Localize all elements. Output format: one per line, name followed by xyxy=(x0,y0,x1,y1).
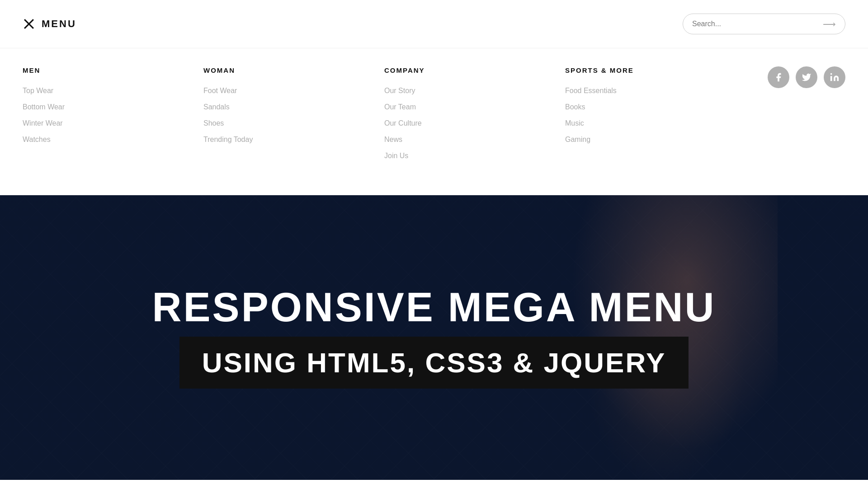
close-icon[interactable] xyxy=(23,18,35,30)
link-our-team[interactable]: Our Team xyxy=(384,103,565,111)
column-header-company: COMPANY xyxy=(384,66,565,74)
link-join-us[interactable]: Join Us xyxy=(384,152,565,160)
hero-title: RESPONSIVE MEGA MENU xyxy=(152,287,716,328)
hero-subtitle: USING HTML5, CSS3 & JQUERY xyxy=(202,347,666,379)
hero-section: RESPONSIVE MEGA MENU USING HTML5, CSS3 &… xyxy=(0,195,868,480)
link-top-wear[interactable]: Top Wear xyxy=(23,87,203,95)
svg-rect-0 xyxy=(830,76,832,81)
link-shoes[interactable]: Shoes xyxy=(203,119,384,127)
social-column xyxy=(746,66,845,168)
column-header-woman: WOMAN xyxy=(203,66,384,74)
search-submit-icon[interactable]: ⟶ xyxy=(823,19,836,29)
link-bottom-wear[interactable]: Bottom Wear xyxy=(23,103,203,111)
link-books[interactable]: Books xyxy=(565,103,746,111)
linkedin-icon[interactable] xyxy=(824,66,845,88)
link-news[interactable]: News xyxy=(384,136,565,144)
svg-point-1 xyxy=(830,73,832,75)
menu-bar: MENU ⟶ xyxy=(0,0,868,48)
column-men: MEN Top Wear Bottom Wear Winter Wear Wat… xyxy=(23,66,203,168)
link-our-culture[interactable]: Our Culture xyxy=(384,119,565,127)
search-input[interactable] xyxy=(692,20,823,28)
link-music[interactable]: Music xyxy=(565,119,746,127)
column-sports: SPORTS & MORE Food Essentials Books Musi… xyxy=(565,66,746,168)
column-header-men: MEN xyxy=(23,66,203,74)
column-woman: WOMAN Foot Wear Sandals Shoes Trending T… xyxy=(203,66,384,168)
column-company: COMPANY Our Story Our Team Our Culture N… xyxy=(384,66,565,168)
facebook-icon[interactable] xyxy=(768,66,789,88)
link-watches[interactable]: Watches xyxy=(23,136,203,144)
link-winter-wear[interactable]: Winter Wear xyxy=(23,119,203,127)
column-header-sports: SPORTS & MORE xyxy=(565,66,746,74)
hero-subtitle-wrapper: USING HTML5, CSS3 & JQUERY xyxy=(179,337,689,389)
link-sandals[interactable]: Sandals xyxy=(203,103,384,111)
link-food-essentials[interactable]: Food Essentials xyxy=(565,87,746,95)
social-icons xyxy=(768,66,845,88)
twitter-icon[interactable] xyxy=(796,66,817,88)
search-form: ⟶ xyxy=(683,14,845,34)
menu-left: MENU xyxy=(23,18,76,30)
link-trending-today[interactable]: Trending Today xyxy=(203,136,384,144)
menu-label: MENU xyxy=(42,18,76,30)
link-gaming[interactable]: Gaming xyxy=(565,136,746,144)
link-foot-wear[interactable]: Foot Wear xyxy=(203,87,384,95)
link-our-story[interactable]: Our Story xyxy=(384,87,565,95)
mega-menu-content: MEN Top Wear Bottom Wear Winter Wear Wat… xyxy=(0,48,868,195)
